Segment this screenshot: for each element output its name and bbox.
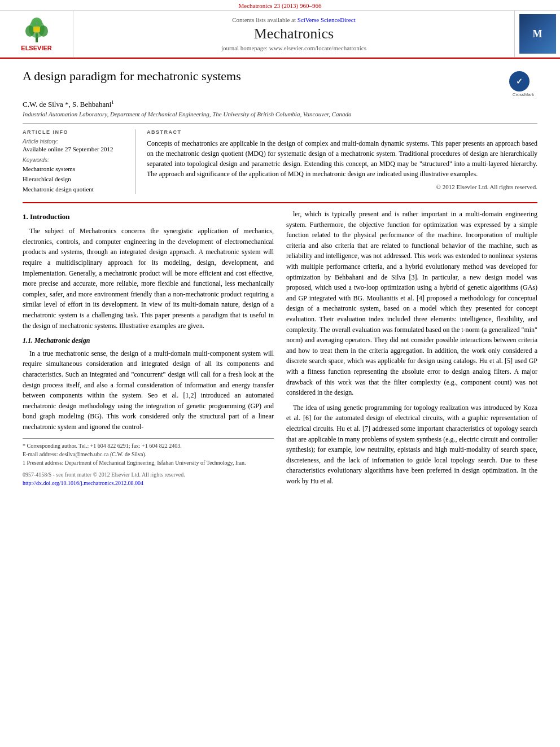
section1-title: 1. Introduction	[23, 211, 274, 222]
intro-paragraph-1: The subject of Mechatronics concerns the…	[23, 226, 274, 331]
abstract-copyright: © 2012 Elsevier Ltd. All rights reserved…	[147, 184, 537, 190]
doi-link[interactable]: http://dx.doi.org/10.1016/j.mechatronics…	[23, 480, 143, 486]
footer-doi: http://dx.doi.org/10.1016/j.mechatronics…	[23, 479, 274, 487]
article-info-panel: Article Info Article history: Available …	[23, 129, 135, 194]
elsevier-tree-icon	[20, 16, 54, 43]
keyword-1: Mechatronic systems	[23, 164, 128, 174]
volume-issue-bar: Mechatronics 23 (2013) 960–966	[0, 0, 560, 11]
sciverse-link[interactable]: SciVerse ScienceDirect	[298, 16, 356, 23]
abstract-text: Concepts of mechatronics are applicable …	[147, 138, 537, 179]
col2-paragraph-2: The idea of using genetic programming fo…	[286, 403, 537, 487]
body-column-left: 1. Introduction The subject of Mechatron…	[23, 209, 274, 491]
available-online: Available online 27 September 2012	[23, 146, 128, 152]
history-label: Article history:	[23, 138, 128, 145]
contents-line: Contents lists available at SciVerse Sci…	[232, 16, 355, 23]
article-info-title: Article Info	[23, 129, 128, 135]
footnote-area: * Corresponding author. Tel.: +1 604 822…	[23, 438, 274, 487]
article-title-area: A design paradigm for mechatronic system…	[23, 69, 537, 94]
intro-paragraph-2: In a true mechatronic sense, the design …	[23, 348, 274, 433]
volume-issue-text: Mechatronics 23 (2013) 960–966	[239, 2, 322, 9]
footnote-3: 1 Present address: Department of Mechani…	[23, 458, 274, 467]
svg-rect-5	[33, 27, 40, 32]
authors-line: C.W. de Silva *, S. Behbahani1	[23, 99, 537, 109]
subsection1-title: 1.1. Mechatronic design	[23, 335, 274, 346]
authors-text: C.W. de Silva *, S. Behbahani	[23, 100, 111, 108]
col2-paragraph-1: ler, which is typically present and is r…	[286, 209, 537, 398]
author-sup: 1	[111, 99, 114, 105]
abstract-panel: Abstract Concepts of mechatronics are ap…	[147, 129, 537, 194]
homepage-line: journal homepage: www.elsevier.com/locat…	[221, 45, 366, 51]
keywords-list: Mechatronic systems Hierarchical design …	[23, 164, 128, 194]
footer-copyright: 0957-4158/$ - see front matter © 2012 El…	[23, 470, 274, 487]
elsevier-label: ELSEVIER	[21, 45, 51, 51]
article-title: A design paradigm for mechatronic system…	[23, 69, 504, 84]
footer-copyright-text: 0957-4158/$ - see front matter © 2012 El…	[23, 470, 274, 479]
footnote-1: * Corresponding author. Tel.: +1 604 822…	[23, 442, 274, 450]
abstract-title: Abstract	[147, 129, 537, 135]
journal-cover: M	[515, 11, 560, 57]
cover-image: M	[519, 14, 556, 54]
affiliation: Industrial Automation Laboratory, Depart…	[23, 111, 537, 117]
main-content: A design paradigm for mechatronic system…	[0, 59, 560, 503]
journal-header: Mechatronics 23 (2013) 960–966 ELSEVIER …	[0, 0, 560, 59]
footnote-2: E-mail address: desilva@mech.ubc.ca (C.W…	[23, 450, 274, 458]
keyword-2: Hierarchical design	[23, 174, 128, 185]
journal-center-area: Contents lists available at SciVerse Sci…	[73, 11, 515, 57]
body-column-right: ler, which is typically present and is r…	[286, 209, 537, 491]
body-columns: 1. Introduction The subject of Mechatron…	[23, 209, 537, 491]
keywords-label: Keywords:	[23, 157, 128, 163]
elsevier-logo: ELSEVIER	[0, 11, 73, 57]
info-abstract-row: Article Info Article history: Available …	[23, 123, 537, 194]
body-separator	[23, 202, 537, 203]
journal-banner: ELSEVIER Contents lists available at Sci…	[0, 11, 560, 58]
crossmark-badge[interactable]: ✓ CrossMark	[509, 71, 537, 94]
keyword-3: Mechatronic design quotient	[23, 185, 128, 195]
journal-title-banner: Mechatronics	[254, 25, 334, 42]
